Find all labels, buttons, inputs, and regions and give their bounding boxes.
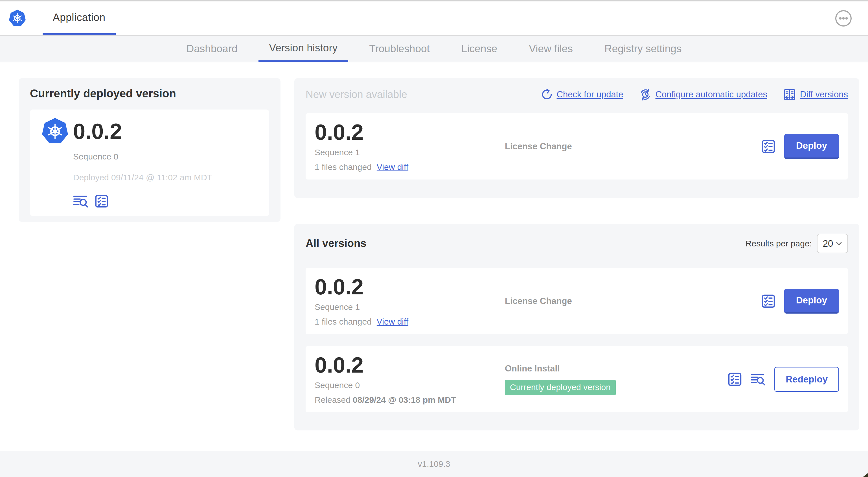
cursor-artifact (863, 473, 868, 477)
diff-icon (783, 89, 796, 100)
kubernetes-app-icon (41, 117, 69, 145)
files-changed-label: 1 files changed (315, 162, 372, 172)
tab-troubleshoot[interactable]: Troubleshoot (359, 35, 440, 62)
checklist-icon (761, 294, 776, 308)
version-row: 0.0.2 Sequence 1 1 files changed View di… (306, 268, 848, 334)
version-sequence: Sequence 0 (315, 381, 505, 390)
currently-deployed-title: Currently deployed version (30, 87, 269, 100)
version-number: 0.0.2 (315, 121, 505, 143)
new-version-panel: New version available Check for update (294, 78, 859, 198)
results-per-page-select[interactable]: 20 (817, 234, 848, 253)
version-source: License Change (505, 141, 761, 152)
app-header: Application (0, 1, 868, 35)
tab-dashboard[interactable]: Dashboard (176, 35, 248, 62)
view-logs-button[interactable] (751, 373, 766, 386)
version-number: 0.0.2 (315, 276, 505, 298)
deployed-timestamp: Deployed 09/11/24 @ 11:02 am MDT (73, 173, 258, 182)
preflight-checks-button[interactable] (727, 372, 742, 387)
check-for-update-link[interactable]: Check for update (541, 89, 623, 100)
deployed-version-number: 0.0.2 (73, 119, 122, 144)
deploy-button[interactable]: Deploy (784, 289, 839, 314)
deploy-button[interactable]: Deploy (784, 134, 839, 159)
logs-icon (73, 195, 89, 208)
version-sequence: Sequence 1 (315, 148, 505, 157)
view-diff-link[interactable]: View diff (377, 317, 408, 327)
app-nav: Dashboard Version history Troubleshoot L… (0, 35, 868, 62)
tab-view-files[interactable]: View files (518, 35, 584, 62)
results-per-page-label: Results per page: (746, 239, 812, 248)
checklist-icon (727, 372, 742, 387)
kubernetes-logo-icon (8, 9, 26, 27)
version-sequence: Sequence 1 (315, 302, 505, 312)
overflow-menu-button[interactable] (835, 9, 852, 27)
auto-update-clock-icon (639, 88, 652, 101)
version-source: License Change (505, 296, 761, 306)
tab-version-history[interactable]: Version history (258, 35, 348, 62)
app-tab[interactable]: Application (42, 1, 116, 35)
console-version: v1.109.3 (417, 459, 450, 469)
chevron-down-icon (836, 242, 842, 245)
all-versions-title: All versions (306, 237, 366, 249)
new-version-card: 0.0.2 Sequence 1 1 files changed View di… (306, 113, 848, 180)
main-content: Currently deployed version (0, 62, 868, 430)
tab-registry-settings[interactable]: Registry settings (594, 35, 692, 62)
new-version-title: New version available (306, 89, 407, 100)
preflight-checks-button[interactable] (761, 294, 776, 308)
files-changed-label: 1 files changed (315, 317, 372, 327)
app-footer: v1.109.3 (0, 451, 868, 477)
view-diff-link[interactable]: View diff (377, 162, 408, 172)
checklist-icon (95, 194, 108, 208)
logs-icon (751, 373, 766, 386)
tab-license[interactable]: License (451, 35, 508, 62)
ellipsis-icon (835, 9, 852, 27)
preflight-checks-button[interactable] (95, 194, 108, 208)
preflight-checks-button[interactable] (761, 139, 776, 154)
version-number: 0.0.2 (315, 354, 505, 376)
checklist-icon (761, 139, 776, 154)
version-source: Online Install (505, 363, 727, 374)
currently-deployed-badge: Currently deployed version (505, 380, 616, 395)
currently-deployed-panel: Currently deployed version (19, 78, 280, 222)
deployed-sequence: Sequence 0 (73, 152, 258, 161)
redeploy-button[interactable]: Redeploy (774, 367, 839, 392)
view-logs-button[interactable] (73, 195, 89, 208)
all-versions-panel: All versions Results per page: 20 0.0.2 … (294, 224, 859, 430)
currently-deployed-card: 0.0.2 Sequence 0 Deployed 09/11/24 @ 11:… (30, 110, 269, 216)
app-title: Application (53, 11, 105, 23)
version-released: Released 08/29/24 @ 03:18 pm MDT (315, 395, 505, 405)
diff-versions-link[interactable]: Diff versions (783, 89, 848, 100)
configure-automatic-updates-link[interactable]: Configure automatic updates (639, 88, 767, 101)
version-row: 0.0.2 Sequence 0 Released 08/29/24 @ 03:… (306, 346, 848, 412)
refresh-icon (541, 89, 553, 100)
